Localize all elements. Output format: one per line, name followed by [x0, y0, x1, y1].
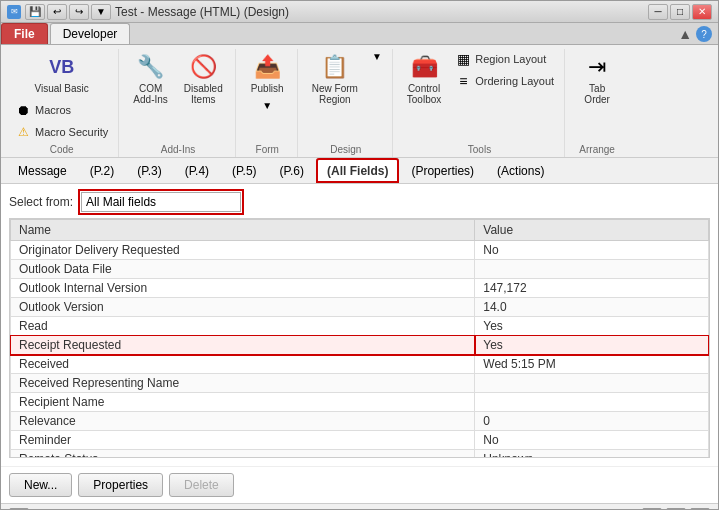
ribbon-group-design: 📋 New FormRegion ▼ Design [300, 49, 393, 157]
ribbon-group-tools: 🧰 ControlToolbox ▦ Region Layout ≡ Order… [395, 49, 565, 157]
col-name-header: Name [11, 220, 475, 241]
select-from-dropdown[interactable]: All Mail fields [81, 192, 241, 212]
macros-button[interactable]: ⏺ Macros [11, 100, 112, 120]
table-row[interactable]: Remote StatusUnknown [11, 450, 709, 459]
new-form-region-button[interactable]: 📋 New FormRegion [306, 49, 364, 109]
help-button[interactable]: ? [696, 26, 712, 42]
cell-name: Outlook Internal Version [11, 279, 475, 298]
macros-label: Macros [35, 104, 71, 116]
design-dropdown[interactable]: ▼ [368, 49, 386, 64]
disabled-items-button[interactable]: 🚫 DisabledItems [178, 49, 229, 109]
properties-button[interactable]: Properties [78, 473, 163, 497]
cell-name: Received Representing Name [11, 374, 475, 393]
ordering-layout-label: Ordering Layout [475, 75, 554, 87]
minimize-button[interactable]: ─ [648, 4, 668, 20]
table-row[interactable]: Outlook Data File [11, 260, 709, 279]
table-row[interactable]: Outlook Internal Version147,172 [11, 279, 709, 298]
new-form-region-icon: 📋 [321, 53, 349, 81]
code-group-label: Code [50, 144, 74, 155]
table-row[interactable]: Recipient Name [11, 393, 709, 412]
table-row[interactable]: ReceivedWed 5:15 PM [11, 355, 709, 374]
region-layout-icon: ▦ [455, 51, 471, 67]
tab-order-label: TabOrder [584, 83, 610, 105]
tab-message[interactable]: Message [7, 158, 78, 183]
table-row[interactable]: Relevance0 [11, 412, 709, 431]
quick-more[interactable]: ▼ [91, 4, 111, 20]
ribbon-group-form: 📤 Publish ▼ Form [238, 49, 298, 157]
cell-value: 147,172 [475, 279, 709, 298]
table-row[interactable]: ReadYes [11, 317, 709, 336]
delete-button[interactable]: Delete [169, 473, 234, 497]
fields-table-wrapper: Name Value Originator Delivery Requested… [9, 218, 710, 458]
main-content: Select from: All Mail fields Name Value … [1, 184, 718, 466]
cell-value: No [475, 431, 709, 450]
select-from-row: Select from: All Mail fields [9, 192, 710, 212]
tab-all-fields[interactable]: (All Fields) [316, 158, 399, 183]
table-row[interactable]: ReminderNo [11, 431, 709, 450]
fields-table: Name Value Originator Delivery Requested… [10, 219, 709, 458]
tab-p4[interactable]: (P.4) [174, 158, 220, 183]
tab-actions[interactable]: (Actions) [486, 158, 555, 183]
cell-name: Received [11, 355, 475, 374]
com-addins-button[interactable]: 🔧 COMAdd-Ins [127, 49, 173, 109]
macro-security-button[interactable]: ⚠ Macro Security [11, 122, 112, 142]
table-row[interactable]: Receipt RequestedYes [11, 336, 709, 355]
select-from-dropdown-wrapper: All Mail fields [81, 192, 241, 212]
region-layout-button[interactable]: ▦ Region Layout [451, 49, 558, 69]
tab-p6[interactable]: (P.6) [269, 158, 315, 183]
publish-icon: 📤 [253, 53, 281, 81]
form-group-label: Form [256, 144, 279, 155]
quick-undo[interactable]: ↩ [47, 4, 67, 20]
cell-value: Yes [475, 317, 709, 336]
visual-basic-label: Visual Basic [35, 83, 89, 94]
control-toolbox-button[interactable]: 🧰 ControlToolbox [401, 49, 447, 109]
new-button[interactable]: New... [9, 473, 72, 497]
macro-security-icon: ⚠ [15, 124, 31, 140]
addins-group-label: Add-Ins [161, 144, 195, 155]
maximize-button[interactable]: □ [670, 4, 690, 20]
visual-basic-button[interactable]: VB Visual Basic [11, 49, 112, 98]
quick-save[interactable]: 💾 [25, 4, 45, 20]
title-bar: ✉ 💾 ↩ ↪ ▼ Test - Message (HTML) (Design)… [1, 1, 718, 23]
tab-p3[interactable]: (P.3) [126, 158, 172, 183]
tab-p2[interactable]: (P.2) [79, 158, 125, 183]
select-from-label: Select from: [9, 195, 73, 209]
cell-name: Reminder [11, 431, 475, 450]
macro-security-label: Macro Security [35, 126, 108, 138]
cell-name: Remote Status [11, 450, 475, 459]
cell-value: No [475, 241, 709, 260]
table-row[interactable]: Outlook Version14.0 [11, 298, 709, 317]
tab-p5[interactable]: (P.5) [221, 158, 267, 183]
tab-properties[interactable]: (Properties) [400, 158, 485, 183]
com-addins-label: COMAdd-Ins [133, 83, 167, 105]
design-group-label: Design [330, 144, 361, 155]
disabled-items-icon: 🚫 [189, 53, 217, 81]
table-row[interactable]: Originator Delivery RequestedNo [11, 241, 709, 260]
disabled-items-label: DisabledItems [184, 83, 223, 105]
control-toolbox-label: ControlToolbox [407, 83, 441, 105]
cell-value: 14.0 [475, 298, 709, 317]
ribbon: VB Visual Basic ⏺ Macros ⚠ Macro Securit… [1, 45, 718, 158]
tab-order-button[interactable]: ⇥ TabOrder [577, 49, 617, 109]
ribbon-collapse-button[interactable]: ▲ [678, 26, 692, 42]
close-button[interactable]: ✕ [692, 4, 712, 20]
quick-redo[interactable]: ↪ [69, 4, 89, 20]
ordering-layout-button[interactable]: ≡ Ordering Layout [451, 71, 558, 91]
visual-basic-icon: VB [48, 53, 76, 81]
cell-name: Originator Delivery Requested [11, 241, 475, 260]
cell-name: Outlook Version [11, 298, 475, 317]
cell-value [475, 374, 709, 393]
tab-developer[interactable]: Developer [50, 23, 131, 44]
window-title: Test - Message (HTML) (Design) [115, 5, 289, 19]
app-icon: ✉ [7, 5, 21, 19]
cell-value: 0 [475, 412, 709, 431]
cell-value: Wed 5:15 PM [475, 355, 709, 374]
ribbon-group-code: VB Visual Basic ⏺ Macros ⚠ Macro Securit… [5, 49, 119, 157]
control-toolbox-icon: 🧰 [410, 53, 438, 81]
table-row[interactable]: Received Representing Name [11, 374, 709, 393]
cell-value: Unknown [475, 450, 709, 459]
tab-file[interactable]: File [1, 23, 48, 44]
publish-dropdown[interactable]: ▼ [258, 98, 276, 113]
publish-button[interactable]: 📤 Publish [245, 49, 290, 98]
cell-name: Outlook Data File [11, 260, 475, 279]
